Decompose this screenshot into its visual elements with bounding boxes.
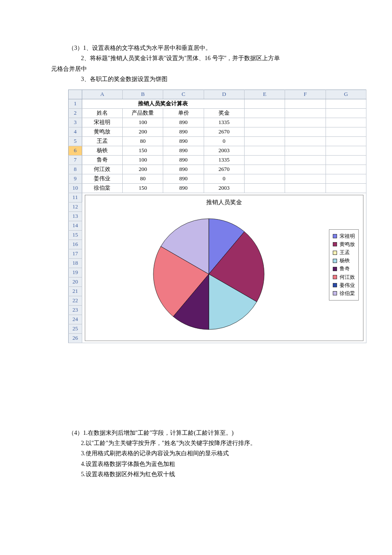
q4-line2: 2.以"工龄"为主关键字按升序，"姓名"为次关键字按降序进行排序。 — [26, 439, 366, 448]
table-row: 6杨铁1508902003 — [69, 146, 366, 155]
corner-cell — [69, 90, 82, 99]
legend-swatch-icon — [333, 251, 337, 255]
legend-swatch-icon — [333, 234, 337, 238]
legend-swatch-icon — [333, 283, 337, 287]
table-row: 2 姓名 产品数量 单价 奖金 — [69, 108, 366, 118]
col-A: A — [82, 90, 122, 99]
pie-chart: 推销人员奖金 宋祖明黄鸣放王孟杨铁鲁奇何江效姜伟业徐伯棠 — [85, 195, 363, 341]
q3-line2a: 2、将标题"推销人员奖金计算表"设置为"黑体、16 号字"，并于数据区上方单 — [26, 54, 366, 63]
hdr-name: 姓名 — [82, 108, 122, 118]
hdr-price: 单价 — [163, 108, 204, 118]
table-row: 3宋祖明1008901335 — [69, 118, 366, 127]
table-row: 7鲁奇1008901335 — [69, 155, 366, 165]
q4-line5: 5.设置表格数据区外框为红色双十线 — [26, 470, 366, 479]
title-cell: 推销人员奖金计算表 — [82, 99, 244, 108]
legend-swatch-icon — [333, 291, 337, 295]
col-D: D — [204, 90, 244, 99]
table-row: 11 推销人员奖金 宋祖明黄鸣放王孟杨铁鲁奇何江效姜伟业徐伯棠 — [69, 193, 366, 202]
row-2: 2 — [69, 108, 82, 118]
col-C: C — [163, 90, 204, 99]
legend-swatch-icon — [333, 242, 337, 246]
legend-label: 杨铁 — [340, 257, 350, 265]
hdr-bonus: 奖金 — [204, 108, 244, 118]
q3-line1: （3）1、设置表格的文字格式为水平居中和垂直居中。 — [26, 43, 366, 53]
table-row: 8何江效2008902670 — [69, 165, 366, 174]
q4-line1: （4）1.在数据末列后增加"工龄"字段，计算工龄(工龄计算至。) — [26, 428, 366, 438]
col-G: G — [326, 90, 366, 99]
legend-item: 鲁奇 — [333, 265, 355, 273]
q4-line3: 3.使用格式刷把表格的记录内容设为灰白相间的显示格式 — [26, 449, 366, 458]
column-header-row: A B C D E F G — [69, 90, 366, 99]
legend-label: 王孟 — [340, 249, 350, 257]
legend-item: 宋祖明 — [333, 232, 355, 240]
col-F: F — [285, 90, 326, 99]
legend-item: 王孟 — [333, 249, 355, 257]
legend-label: 徐伯棠 — [340, 289, 355, 298]
legend-label: 宋祖明 — [340, 232, 355, 240]
col-B: B — [123, 90, 163, 99]
spreadsheet-grid: A B C D E F G 1 推销人员奖金计算表 2 姓名 产品数量 单价 奖… — [68, 90, 366, 343]
row-1: 1 — [69, 99, 82, 108]
legend-label: 黄鸣放 — [340, 240, 355, 249]
table-row: 4黄鸣放2008902670 — [69, 127, 366, 136]
table-row: 5王孟808900 — [69, 136, 366, 146]
q3-line3: 3、各职工的奖金数据设置为饼图 — [26, 75, 366, 84]
chart-title: 推销人员奖金 — [85, 195, 363, 207]
hdr-qty: 产品数量 — [123, 108, 163, 118]
legend-swatch-icon — [333, 275, 337, 279]
legend-item: 黄鸣放 — [333, 240, 355, 249]
table-row: 10徐伯棠1508902003 — [69, 183, 366, 193]
table-row: 1 推销人员奖金计算表 — [69, 99, 366, 108]
legend-item: 杨铁 — [333, 257, 355, 265]
pie-svg — [149, 212, 268, 332]
table-row: 9姜伟业808900 — [69, 174, 366, 183]
legend-item: 姜伟业 — [333, 281, 355, 289]
col-E: E — [245, 90, 285, 99]
chart-legend: 宋祖明黄鸣放王孟杨铁鲁奇何江效姜伟业徐伯棠 — [329, 229, 359, 301]
legend-item: 何江效 — [333, 273, 355, 281]
q4-line4: 4.设置表格数据字体颜色为蓝色加粗 — [26, 460, 366, 469]
legend-swatch-icon — [333, 259, 337, 263]
q3-line2b: 元格合并居中 — [26, 64, 366, 74]
chart-cell: 推销人员奖金 宋祖明黄鸣放王孟杨铁鲁奇何江效姜伟业徐伯棠 — [82, 193, 366, 343]
legend-label: 何江效 — [340, 273, 355, 281]
legend-label: 姜伟业 — [340, 281, 355, 289]
legend-label: 鲁奇 — [340, 265, 350, 273]
legend-item: 徐伯棠 — [333, 289, 355, 298]
legend-swatch-icon — [333, 267, 337, 271]
